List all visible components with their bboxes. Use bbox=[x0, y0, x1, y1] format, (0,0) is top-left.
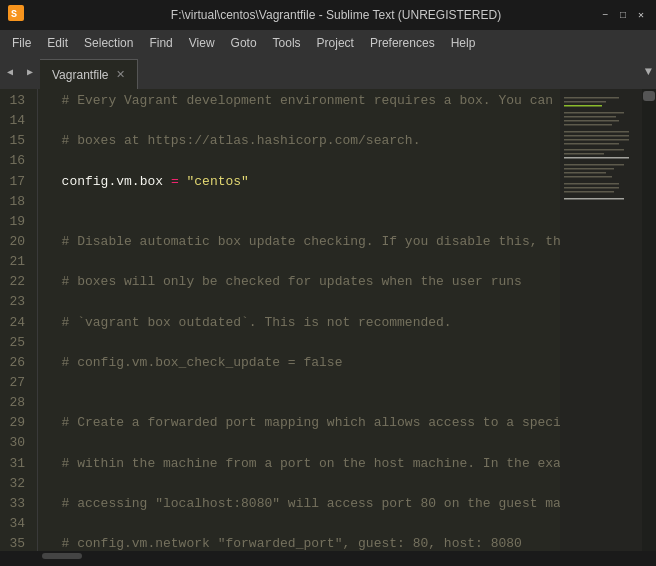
svg-rect-13 bbox=[564, 139, 629, 141]
svg-rect-15 bbox=[564, 149, 624, 151]
svg-rect-5 bbox=[564, 101, 606, 103]
editor: 13 14 15 16 17 18 19 20 21 22 23 24 25 2… bbox=[0, 89, 656, 551]
svg-rect-17 bbox=[564, 157, 629, 159]
svg-rect-19 bbox=[564, 168, 614, 170]
menu-item-project[interactable]: Project bbox=[309, 34, 362, 52]
svg-text:S: S bbox=[11, 9, 17, 20]
svg-rect-7 bbox=[564, 112, 624, 114]
svg-rect-8 bbox=[564, 116, 616, 118]
svg-rect-18 bbox=[564, 164, 624, 166]
svg-rect-23 bbox=[564, 187, 619, 189]
menu-item-goto[interactable]: Goto bbox=[223, 34, 265, 52]
line-number: 34 bbox=[8, 514, 25, 534]
line-number: 33 bbox=[8, 494, 25, 514]
line-number: 26 bbox=[8, 353, 25, 373]
line-number: 16 bbox=[8, 151, 25, 171]
menu-item-help[interactable]: Help bbox=[443, 34, 484, 52]
menubar: FileEditSelectionFindViewGotoToolsProjec… bbox=[0, 30, 656, 55]
svg-rect-16 bbox=[564, 153, 604, 155]
line-number: 17 bbox=[8, 172, 25, 192]
line-number: 25 bbox=[8, 333, 25, 353]
menu-item-view[interactable]: View bbox=[181, 34, 223, 52]
line-number: 19 bbox=[8, 212, 25, 232]
svg-rect-22 bbox=[564, 183, 619, 185]
svg-rect-24 bbox=[564, 191, 614, 193]
hscrollbar-thumb[interactable] bbox=[42, 553, 82, 559]
tab-left-arrow[interactable]: ◀ bbox=[0, 55, 20, 89]
tabbar-dropdown[interactable]: ▼ bbox=[645, 65, 652, 79]
line-numbers: 13 14 15 16 17 18 19 20 21 22 23 24 25 2… bbox=[0, 89, 38, 551]
tab-close-button[interactable]: ✕ bbox=[114, 68, 127, 81]
svg-rect-4 bbox=[564, 97, 619, 99]
menu-item-preferences[interactable]: Preferences bbox=[362, 34, 443, 52]
tabbar: ◀ ▶ Vagrantfile ✕ ▼ bbox=[0, 55, 656, 89]
close-button[interactable]: ✕ bbox=[634, 8, 648, 22]
line-number: 30 bbox=[8, 433, 25, 453]
svg-rect-20 bbox=[564, 172, 606, 174]
svg-rect-25 bbox=[564, 198, 624, 200]
line-number: 22 bbox=[8, 272, 25, 292]
minimap[interactable] bbox=[560, 89, 642, 551]
tab-right-arrow[interactable]: ▶ bbox=[20, 55, 40, 89]
line-number: 21 bbox=[8, 252, 25, 272]
line-number: 27 bbox=[8, 373, 25, 393]
line-number: 31 bbox=[8, 454, 25, 474]
svg-rect-14 bbox=[564, 143, 619, 145]
titlebar: S F:\virtual\centos\Vagrantfile - Sublim… bbox=[0, 0, 656, 30]
menu-item-tools[interactable]: Tools bbox=[265, 34, 309, 52]
menu-item-find[interactable]: Find bbox=[141, 34, 180, 52]
minimize-button[interactable]: − bbox=[598, 8, 612, 22]
svg-rect-10 bbox=[564, 124, 612, 126]
scrollbar[interactable] bbox=[642, 89, 656, 551]
line-number: 15 bbox=[8, 131, 25, 151]
scrollbar-thumb[interactable] bbox=[643, 91, 655, 101]
statusbar: ⊘ 0 selection regions Spaces: 2 Ruby bbox=[0, 561, 656, 566]
line-number: 13 bbox=[8, 91, 25, 111]
line-number: 28 bbox=[8, 393, 25, 413]
minimap-canvas bbox=[560, 89, 642, 551]
line-number: 14 bbox=[8, 111, 25, 131]
svg-rect-21 bbox=[564, 176, 612, 178]
line-number: 20 bbox=[8, 232, 25, 252]
menu-item-edit[interactable]: Edit bbox=[39, 34, 76, 52]
titlebar-icon: S bbox=[8, 5, 24, 26]
menu-item-file[interactable]: File bbox=[4, 34, 39, 52]
svg-rect-6 bbox=[564, 105, 602, 107]
tab-label: Vagrantfile bbox=[52, 68, 108, 82]
line-number: 23 bbox=[8, 292, 25, 312]
line-number: 18 bbox=[8, 192, 25, 212]
horizontal-scrollbar bbox=[0, 551, 656, 561]
menu-item-selection[interactable]: Selection bbox=[76, 34, 141, 52]
titlebar-controls: − □ ✕ bbox=[598, 8, 648, 22]
titlebar-title: F:\virtual\centos\Vagrantfile - Sublime … bbox=[24, 8, 648, 22]
svg-rect-12 bbox=[564, 135, 629, 137]
line-number: 32 bbox=[8, 474, 25, 494]
line-number: 24 bbox=[8, 313, 25, 333]
line-number: 29 bbox=[8, 413, 25, 433]
tab-vagrantfile[interactable]: Vagrantfile ✕ bbox=[40, 59, 138, 89]
maximize-button[interactable]: □ bbox=[616, 8, 630, 22]
svg-rect-9 bbox=[564, 120, 619, 122]
code-editor[interactable]: # Every Vagrant development environment … bbox=[38, 89, 560, 551]
svg-rect-11 bbox=[564, 131, 629, 133]
line-number: 35 bbox=[8, 534, 25, 551]
